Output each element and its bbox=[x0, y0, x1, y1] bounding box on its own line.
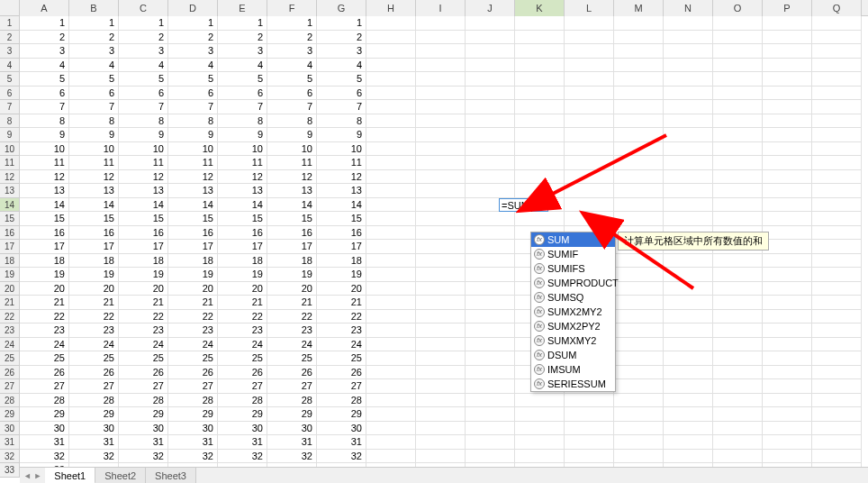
row-header-21[interactable]: 21 bbox=[0, 296, 20, 310]
cell[interactable]: 15 bbox=[168, 212, 218, 226]
cell[interactable] bbox=[466, 407, 515, 422]
cell[interactable]: 7 bbox=[119, 100, 168, 114]
cell[interactable]: 2 bbox=[168, 31, 218, 45]
cell[interactable] bbox=[614, 282, 664, 296]
cell[interactable] bbox=[466, 16, 515, 31]
cell[interactable] bbox=[664, 366, 713, 380]
cell[interactable]: 16 bbox=[168, 226, 218, 241]
cell[interactable] bbox=[466, 100, 515, 114]
col-header-O[interactable]: O bbox=[713, 0, 763, 16]
cell[interactable] bbox=[713, 282, 763, 296]
cell[interactable]: 6 bbox=[69, 87, 119, 101]
cell[interactable] bbox=[664, 254, 713, 269]
cell[interactable]: 19 bbox=[317, 268, 366, 282]
cell[interactable]: 6 bbox=[218, 87, 267, 101]
col-header-M[interactable]: M bbox=[614, 0, 664, 16]
autocomplete-item[interactable]: fxSERIESSUM bbox=[531, 377, 615, 391]
cell[interactable] bbox=[466, 31, 515, 45]
cell[interactable] bbox=[614, 435, 664, 450]
cell[interactable] bbox=[416, 268, 466, 282]
cell[interactable]: 14 bbox=[267, 198, 317, 213]
cell[interactable]: 11 bbox=[168, 156, 218, 170]
cell[interactable] bbox=[713, 170, 763, 185]
tabs-nav[interactable]: ◄ ► bbox=[20, 468, 45, 483]
cell[interactable] bbox=[763, 407, 812, 422]
row-header-13[interactable]: 13 bbox=[0, 184, 20, 198]
cell[interactable] bbox=[366, 59, 416, 73]
cell[interactable] bbox=[366, 310, 416, 324]
cell[interactable]: 26 bbox=[119, 366, 168, 380]
cell[interactable]: 19 bbox=[168, 268, 218, 282]
cell[interactable]: 28 bbox=[119, 394, 168, 408]
cell[interactable]: 9 bbox=[69, 128, 119, 142]
cell[interactable] bbox=[812, 394, 862, 408]
cell[interactable] bbox=[366, 407, 416, 422]
cell[interactable]: 9 bbox=[168, 128, 218, 142]
cell[interactable] bbox=[812, 16, 862, 31]
cell[interactable] bbox=[366, 268, 416, 282]
cell[interactable] bbox=[515, 114, 565, 129]
cell[interactable] bbox=[763, 324, 812, 338]
cell[interactable] bbox=[515, 394, 565, 408]
cell[interactable] bbox=[466, 435, 515, 450]
cell[interactable] bbox=[812, 142, 862, 157]
cell[interactable] bbox=[763, 394, 812, 408]
cell[interactable] bbox=[763, 254, 812, 269]
autocomplete-item[interactable]: fxSUM bbox=[531, 232, 615, 247]
cell[interactable] bbox=[416, 379, 466, 394]
cell[interactable]: 3 bbox=[317, 44, 366, 59]
cell[interactable] bbox=[466, 366, 515, 380]
row-header-32[interactable]: 32 bbox=[0, 450, 20, 464]
cell[interactable] bbox=[812, 59, 862, 73]
cell[interactable] bbox=[614, 324, 664, 338]
cell[interactable]: 12 bbox=[69, 170, 119, 185]
cell[interactable] bbox=[713, 379, 763, 394]
cell[interactable] bbox=[565, 198, 614, 213]
cell[interactable]: 15 bbox=[20, 212, 69, 226]
cells-area[interactable]: 1111111222222233333334444444555555566666… bbox=[20, 16, 868, 467]
cell[interactable]: 29 bbox=[69, 407, 119, 422]
cell[interactable]: 18 bbox=[267, 254, 317, 269]
select-all-corner[interactable] bbox=[0, 0, 20, 16]
cell[interactable] bbox=[466, 114, 515, 129]
cell[interactable] bbox=[614, 338, 664, 352]
cell[interactable]: 2 bbox=[20, 31, 69, 45]
active-cell-editor[interactable]: =SUM bbox=[499, 198, 548, 213]
cell[interactable]: 16 bbox=[69, 226, 119, 241]
cell[interactable] bbox=[812, 100, 862, 114]
cell[interactable]: 4 bbox=[317, 59, 366, 73]
cell[interactable] bbox=[713, 254, 763, 269]
cell[interactable] bbox=[763, 212, 812, 226]
cell[interactable] bbox=[466, 240, 515, 254]
cell[interactable]: 2 bbox=[317, 31, 366, 45]
cell[interactable] bbox=[416, 198, 466, 213]
cell[interactable]: 17 bbox=[317, 240, 366, 254]
cell[interactable]: 22 bbox=[69, 310, 119, 324]
cell[interactable]: 29 bbox=[20, 407, 69, 422]
cell[interactable] bbox=[812, 87, 862, 101]
row-header-7[interactable]: 7 bbox=[0, 100, 20, 114]
cell[interactable]: 6 bbox=[119, 87, 168, 101]
cell[interactable]: 1 bbox=[218, 16, 267, 31]
cell[interactable] bbox=[416, 366, 466, 380]
cell[interactable] bbox=[565, 16, 614, 31]
cell[interactable] bbox=[664, 142, 713, 157]
cell[interactable] bbox=[812, 114, 862, 129]
row-header-9[interactable]: 9 bbox=[0, 128, 20, 142]
cell[interactable] bbox=[614, 128, 664, 142]
cell[interactable] bbox=[366, 394, 416, 408]
cell[interactable] bbox=[664, 324, 713, 338]
row-header-30[interactable]: 30 bbox=[0, 422, 20, 436]
cell[interactable] bbox=[614, 422, 664, 436]
row-header-10[interactable]: 10 bbox=[0, 142, 20, 157]
cell[interactable] bbox=[366, 170, 416, 185]
cell[interactable]: 21 bbox=[69, 296, 119, 310]
cell[interactable]: 17 bbox=[168, 240, 218, 254]
cell[interactable] bbox=[416, 142, 466, 157]
cell[interactable] bbox=[713, 310, 763, 324]
cell[interactable] bbox=[565, 31, 614, 45]
col-header-C[interactable]: C bbox=[119, 0, 168, 16]
row-header-1[interactable]: 1 bbox=[0, 16, 20, 31]
cell[interactable]: 2 bbox=[69, 31, 119, 45]
cell[interactable] bbox=[664, 338, 713, 352]
